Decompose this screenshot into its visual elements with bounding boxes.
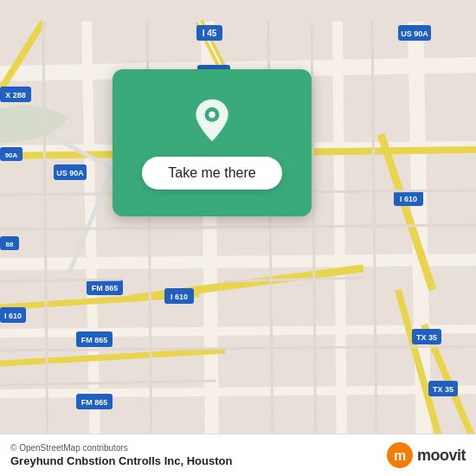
svg-text:I 610: I 610 — [4, 312, 22, 320]
map-container: I 45 US 90A Spur 5 X 288 US 90A 90A 88 F… — [0, 0, 476, 476]
svg-line-5 — [0, 389, 476, 394]
svg-text:US 90A: US 90A — [401, 29, 428, 38]
svg-text:TX 35: TX 35 — [416, 333, 437, 342]
moovit-text: moovit — [417, 447, 466, 465]
location-pin-icon — [188, 96, 236, 145]
svg-line-8 — [338, 22, 342, 454]
location-panel: Take me there — [113, 69, 312, 216]
svg-text:90A: 90A — [5, 151, 18, 159]
svg-text:88: 88 — [6, 241, 14, 248]
moovit-logo: m moovit — [386, 441, 466, 469]
svg-text:FM 865: FM 865 — [81, 398, 108, 407]
osm-attribution: © OpenStreetMap contributors — [10, 443, 232, 453]
svg-text:I 610: I 610 — [400, 195, 417, 203]
take-me-there-button[interactable]: Take me there — [142, 157, 281, 190]
svg-line-54 — [0, 280, 121, 281]
svg-point-64 — [209, 112, 215, 118]
moovit-icon: m — [386, 441, 414, 469]
svg-text:I 45: I 45 — [203, 29, 217, 38]
svg-text:FM 865: FM 865 — [81, 336, 108, 344]
svg-line-4 — [0, 329, 476, 333]
svg-text:US 90A: US 90A — [56, 169, 84, 177]
location-name: Greyhund Cnbstion Cntrolls Inc, Houston — [10, 454, 232, 467]
bottom-bar: © OpenStreetMap contributors Greyhund Cn… — [0, 434, 476, 476]
bottom-info: © OpenStreetMap contributors Greyhund Cn… — [10, 443, 232, 467]
svg-text:FM 865: FM 865 — [92, 284, 119, 293]
svg-text:TX 35: TX 35 — [433, 385, 453, 394]
svg-text:X 288: X 288 — [5, 91, 26, 100]
svg-text:I 610: I 610 — [170, 293, 188, 301]
svg-text:m: m — [394, 448, 406, 463]
